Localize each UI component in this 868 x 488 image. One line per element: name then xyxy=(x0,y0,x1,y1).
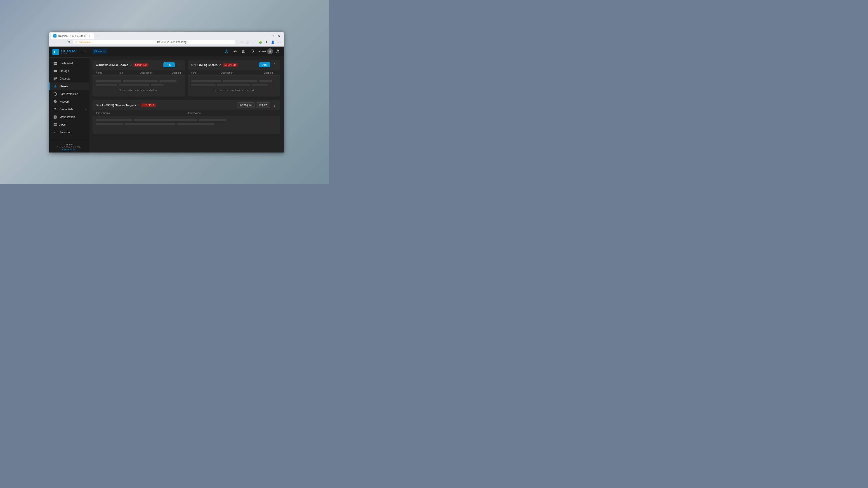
smb-skeleton-row-2 xyxy=(96,84,182,86)
skeleton-block xyxy=(123,80,158,83)
skeleton-block xyxy=(125,123,176,125)
read-aloud-icon[interactable]: 📖 xyxy=(238,39,244,45)
svg-rect-9 xyxy=(54,78,57,79)
ix-badge: iX systems xyxy=(92,48,107,54)
feedback-icon-button[interactable] xyxy=(223,48,230,55)
iscsi-configure-button[interactable]: Configure xyxy=(237,102,255,108)
svg-rect-7 xyxy=(54,71,57,72)
svg-rect-10 xyxy=(54,79,55,80)
nfs-table-body: No records have been added yet xyxy=(188,76,281,96)
hamburger-menu-button[interactable]: ☰ xyxy=(83,50,86,54)
sidebar-hostname: truenas xyxy=(53,143,86,145)
smb-more-button[interactable]: ⋮ xyxy=(176,62,182,68)
sidebar-item-dashboard[interactable]: Dashboard xyxy=(49,59,89,67)
power-button[interactable] xyxy=(274,48,280,54)
svg-rect-3 xyxy=(55,62,57,63)
skeleton-block xyxy=(223,80,257,83)
skeleton-block xyxy=(252,84,267,86)
window-controls: — □ ✕ xyxy=(263,33,282,39)
sidebar-item-storage[interactable]: Storage xyxy=(49,67,89,75)
smb-external-link-icon[interactable]: ↗ xyxy=(130,64,131,66)
skeleton-block xyxy=(96,84,117,86)
skeleton-block xyxy=(96,80,121,83)
smb-add-button[interactable]: Add xyxy=(163,62,175,67)
nfs-col-path: Path xyxy=(191,71,218,74)
profile-icon[interactable]: 👤 xyxy=(270,39,276,45)
iscsi-skeleton-rows xyxy=(96,119,277,125)
screenshot-icon[interactable]: ⬜ xyxy=(245,39,250,45)
nfs-status-badge: STOPPED xyxy=(223,63,238,67)
network-icon xyxy=(53,100,57,104)
svg-rect-6 xyxy=(54,70,57,71)
back-button[interactable]: ← xyxy=(51,39,57,45)
systems-text: systems xyxy=(98,50,105,53)
iscsi-col-target-alias: Target Alias xyxy=(188,111,277,114)
logo-text-area: TrueNAS SCALE xyxy=(61,49,76,55)
skeleton-block xyxy=(151,84,164,86)
skeleton-block xyxy=(119,84,149,86)
svg-rect-19 xyxy=(55,125,57,126)
nfs-external-link-icon[interactable]: ↗ xyxy=(219,64,221,66)
browser-tab-active[interactable]: T TrueNAS - 192.168.29.43 ✕ xyxy=(51,33,94,39)
iscsi-wizard-button[interactable]: Wizard xyxy=(256,102,270,108)
services-icon-button[interactable] xyxy=(232,48,239,55)
iscsi-more-button[interactable]: ⋮ xyxy=(272,102,277,108)
browser-window: T TrueNAS - 192.168.29.43 ✕ + — □ ✕ ← → … xyxy=(49,32,284,153)
sidebar-label-network: Network xyxy=(59,100,86,103)
iscsi-external-link-icon[interactable]: ↗ xyxy=(137,104,139,106)
browser-navigation-bar: ← → ↻ ⚠ Not secure 192.168.29.43/ui/shar… xyxy=(49,39,284,46)
nfs-col-enabled: Enabled xyxy=(264,71,277,74)
smb-table-body: No records have been added yet xyxy=(92,76,185,96)
iscsi-skeleton-row-1 xyxy=(96,119,277,121)
nfs-actions: Add ⋮ xyxy=(259,62,277,68)
nfs-title-text: UNIX (NFS) Shares xyxy=(191,63,218,67)
address-bar[interactable]: ⚠ Not secure 192.168.29.43/ui/sharing xyxy=(73,40,236,44)
smb-skeleton-row-1 xyxy=(96,80,182,83)
sidebar-label-credentials: Credentials xyxy=(59,108,83,111)
ixsystems-logo: iX systems xyxy=(92,48,220,54)
extensions-icon[interactable]: 🧩 xyxy=(257,39,263,45)
close-button[interactable]: ✕ xyxy=(276,33,282,39)
main-content-area: iX systems xyxy=(89,46,284,153)
sidebar-item-virtualization[interactable]: Virtualization xyxy=(49,113,89,121)
sidebar-label-dashboard: Dashboard xyxy=(59,62,86,65)
jobs-icon-button[interactable] xyxy=(240,48,247,55)
sidebar-item-datasets[interactable]: Datasets xyxy=(49,75,89,83)
nfs-skeleton-row-2 xyxy=(191,84,277,86)
sidebar-item-credentials[interactable]: Credentials › xyxy=(49,105,89,113)
svg-rect-14 xyxy=(54,116,57,119)
maximize-button[interactable]: □ xyxy=(270,33,276,39)
favorites-icon[interactable]: ☆ xyxy=(251,39,257,45)
sidebar-item-network[interactable]: Network xyxy=(49,98,89,105)
iscsi-card: Block (iSCSI) Shares Targets ↗ STOPPED C… xyxy=(92,100,280,134)
smb-col-path: Path xyxy=(118,71,137,74)
sidebar-item-apps[interactable]: Apps xyxy=(49,121,89,129)
browser-chrome: T TrueNAS - 192.168.29.43 ✕ + — □ ✕ ← → … xyxy=(49,32,284,46)
security-icon: ⚠ xyxy=(75,41,77,43)
storage-icon xyxy=(53,69,57,73)
sidebar-company-link[interactable]: iXsystems, Inc. xyxy=(53,148,86,151)
smb-table-header: Name Path Description Enabled xyxy=(92,70,185,76)
alerts-bell-icon-button[interactable] xyxy=(249,48,256,55)
forward-button[interactable]: → xyxy=(58,39,65,45)
new-tab-button[interactable]: + xyxy=(94,33,100,39)
nfs-skeleton-row-1 xyxy=(191,80,277,83)
sidebar-item-data-protection[interactable]: Data Protection xyxy=(49,90,89,98)
sidebar-label-reporting: Reporting xyxy=(59,131,86,134)
iscsi-table-header: Target Name Target Alias xyxy=(92,110,280,116)
tab-close-button[interactable]: ✕ xyxy=(88,34,91,38)
svg-rect-4 xyxy=(54,64,55,65)
downloads-icon[interactable]: ⬇ xyxy=(264,39,270,45)
sidebar-item-shares[interactable]: Shares xyxy=(49,83,89,90)
iscsi-title: Block (iSCSI) Shares Targets ↗ xyxy=(96,103,139,107)
url-text: 192.168.29.43/ui/sharing xyxy=(157,40,233,43)
user-section[interactable]: admin xyxy=(258,48,280,54)
menu-icon[interactable]: ⋯ xyxy=(276,39,282,45)
nfs-more-button[interactable]: ⋮ xyxy=(272,62,277,68)
nfs-table-header: Path Description Enabled xyxy=(188,70,281,76)
reload-button[interactable]: ↻ xyxy=(66,39,72,45)
smb-skeleton-rows xyxy=(96,80,182,86)
sidebar-item-reporting[interactable]: Reporting xyxy=(49,129,89,136)
minimize-button[interactable]: — xyxy=(263,33,270,39)
nfs-add-button[interactable]: Add xyxy=(259,62,270,67)
